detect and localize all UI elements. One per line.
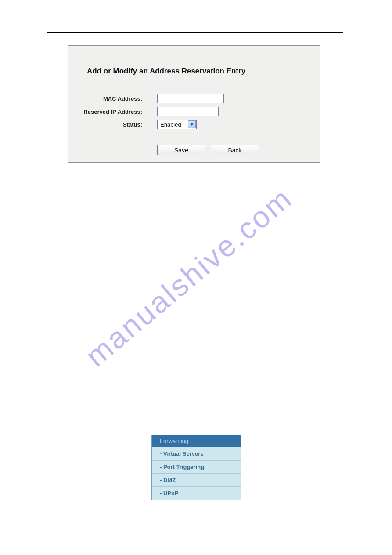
row-status: Status: Enabled [68, 120, 320, 132]
nav-item-port-triggering[interactable]: - Port Triggering [152, 461, 241, 474]
form-title: Add or Modify an Address Reservation Ent… [87, 67, 245, 76]
nav-item-upnp[interactable]: - UPnP [152, 487, 241, 500]
button-row: Save Back [157, 145, 259, 155]
forwarding-nav-menu: Forwarding - Virtual Servers - Port Trig… [151, 435, 241, 500]
reserved-ip-label: Reserved IP Address: [68, 109, 142, 115]
reserved-ip-input[interactable] [157, 107, 219, 116]
top-horizontal-rule [47, 32, 343, 33]
row-reserved-ip: Reserved IP Address: [68, 107, 320, 119]
status-select[interactable]: Enabled [157, 120, 197, 129]
back-button-label: Back [228, 147, 241, 154]
row-mac-address: MAC Address: [68, 94, 320, 106]
save-button[interactable]: Save [157, 145, 205, 155]
svg-marker-0 [190, 123, 194, 126]
status-select-value: Enabled [160, 121, 181, 128]
mac-address-label: MAC Address: [68, 95, 142, 102]
address-reservation-panel: Add or Modify an Address Reservation Ent… [68, 45, 320, 163]
nav-item-virtual-servers[interactable]: - Virtual Servers [152, 447, 241, 461]
nav-header-forwarding[interactable]: Forwarding [152, 435, 241, 447]
nav-item-dmz[interactable]: - DMZ [152, 474, 241, 487]
status-label: Status: [68, 121, 142, 128]
mac-address-input[interactable] [157, 94, 224, 103]
watermark-text: manualshive.com [79, 181, 298, 373]
chevron-down-icon [188, 120, 196, 128]
save-button-label: Save [174, 147, 188, 154]
back-button[interactable]: Back [211, 145, 259, 155]
